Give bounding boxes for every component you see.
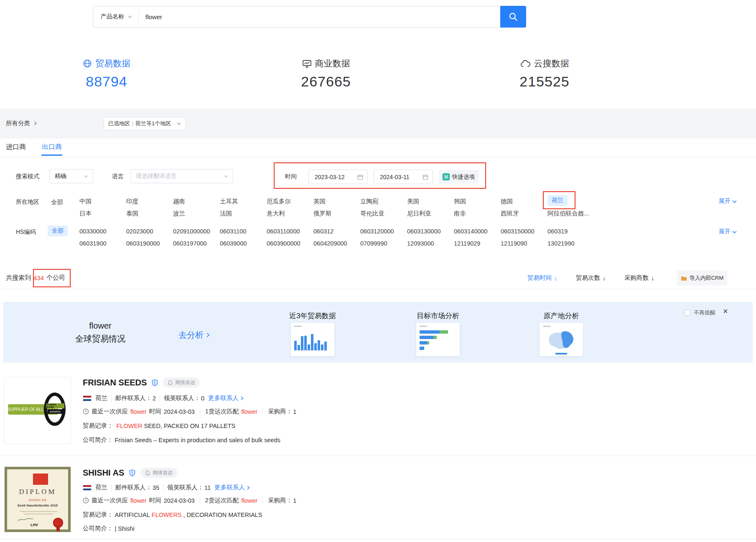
- region-item[interactable]: 西班牙: [501, 210, 547, 218]
- hs-code-item[interactable]: 00330000: [79, 228, 126, 235]
- search-category-dropdown[interactable]: 产品名称: [93, 10, 139, 23]
- date-to-input[interactable]: 2024-03-11: [374, 170, 433, 184]
- hs-code-item[interactable]: 0603197000: [173, 240, 220, 247]
- company-logo[interactable]: SUPPLIER OF ALL SEEDS FLOWER BLEND EXPER…: [4, 377, 71, 444]
- hs-code-item[interactable]: 12119029: [454, 240, 501, 247]
- close-icon[interactable]: ×: [723, 306, 728, 316]
- date-from-input[interactable]: 2023-03-12: [308, 170, 368, 184]
- trade-bar-chart-thumbnail[interactable]: [291, 323, 334, 356]
- more-contacts-link[interactable]: 更多联系人: [214, 484, 251, 491]
- region-item[interactable]: 阿拉伯联合酋...: [547, 210, 594, 218]
- divider: [160, 395, 160, 401]
- region-item-selected[interactable]: 荷兰: [547, 195, 568, 206]
- analysis-banner: flower 全球贸易情况 去分析 近3年贸易数据 目标市场分析 原产地分析 不…: [3, 302, 753, 362]
- dismiss-checkbox[interactable]: [685, 310, 690, 316]
- region-item[interactable]: 厄瓜多尔: [267, 198, 313, 205]
- stat-business-data[interactable]: 商业数据 267665: [280, 58, 372, 90]
- hs-code-filter-label: HS编码: [16, 228, 36, 236]
- region-item[interactable]: 德国: [501, 198, 547, 205]
- hs-code-item[interactable]: 0603110000: [267, 228, 313, 235]
- tab-exporter[interactable]: 出口商: [42, 143, 62, 152]
- analyze-link[interactable]: 去分析: [178, 329, 211, 341]
- hs-code-item[interactable]: 02091000000: [173, 228, 220, 235]
- hs-code-item[interactable]: 0603120000: [360, 228, 407, 235]
- hs-code-item[interactable]: 0603130000: [407, 228, 454, 235]
- stat-cloud-search-data[interactable]: 云搜数据 215525: [499, 58, 591, 90]
- hs-code-item[interactable]: 13021990: [547, 240, 594, 247]
- chevron-right-icon: [33, 121, 38, 126]
- region-item[interactable]: 韩国: [454, 198, 501, 205]
- hs-code-item[interactable]: 12093000: [407, 240, 454, 247]
- region-item[interactable]: 中国: [79, 198, 126, 205]
- region-item[interactable]: 泰国: [126, 210, 173, 218]
- region-item[interactable]: 日本: [79, 210, 126, 218]
- supply-date: 2024-03-03: [164, 408, 195, 415]
- logo-chip-text: EXPERTS: [48, 409, 63, 414]
- product-search-bar: 产品名称: [93, 6, 526, 28]
- dismiss-label: 不再提醒: [694, 309, 715, 317]
- business-radar-badge[interactable]: 商情雷达: [140, 468, 177, 478]
- region-item[interactable]: 越南: [173, 198, 220, 205]
- region-item[interactable]: 英国: [313, 198, 360, 205]
- company-name[interactable]: FRISIAN SEEDS: [83, 378, 147, 388]
- hs-code-item[interactable]: 06031900: [79, 240, 126, 247]
- region-item[interactable]: 哥伦比亚: [360, 210, 407, 218]
- hs-code-item[interactable]: 0603190000: [126, 240, 173, 247]
- quick-options-button[interactable]: ⌘ 快捷选项: [439, 170, 479, 184]
- region-item[interactable]: 美国: [407, 198, 454, 205]
- region-item[interactable]: 南非: [454, 210, 501, 218]
- hs-code-item[interactable]: 06031100: [220, 228, 267, 235]
- breadcrumb[interactable]: 所有分类: [6, 119, 38, 127]
- hs-code-item[interactable]: 06039000: [220, 240, 267, 247]
- region-item[interactable]: 尼日利亚: [407, 210, 454, 218]
- region-item[interactable]: 土耳其: [220, 198, 267, 205]
- region-item[interactable]: 立陶宛: [360, 198, 407, 205]
- hs-code-item[interactable]: 0604209000: [313, 240, 360, 247]
- search-mode-select[interactable]: 精确: [49, 169, 93, 183]
- shield-icon: [152, 379, 158, 386]
- company-name[interactable]: SHISHI AS: [83, 468, 124, 478]
- stat-label: 贸易数据: [95, 58, 130, 69]
- sort-buyer-count[interactable]: 采购商数 ↓: [624, 274, 654, 282]
- origin-map-thumbnail[interactable]: [540, 323, 583, 356]
- region-item[interactable]: 波兰: [173, 210, 220, 218]
- record-text: ARTIFICUAL: [115, 512, 150, 518]
- sort-trade-count[interactable]: 贸易次数 ↓: [576, 274, 606, 282]
- hs-all-option[interactable]: 全部: [48, 225, 68, 236]
- selected-region-dropdown[interactable]: 已选地区：荷兰等1个地区: [104, 117, 186, 130]
- folder-icon: [681, 276, 687, 281]
- chevron-down-icon: [224, 174, 229, 179]
- stat-trade-data[interactable]: 贸易数据 88794: [61, 58, 153, 90]
- email-contacts: 邮件联系人：35: [115, 484, 159, 491]
- region-item[interactable]: 法国: [220, 210, 267, 218]
- hs-code-item[interactable]: 0603900000: [267, 240, 313, 247]
- sort-trade-time[interactable]: 贸易时间 ↓: [527, 274, 557, 282]
- market-analysis-thumbnail[interactable]: [416, 323, 460, 356]
- hs-code-item[interactable]: 060319: [547, 228, 594, 235]
- region-item[interactable]: 印度: [126, 198, 173, 205]
- more-contacts-link[interactable]: 更多联系人: [208, 394, 244, 402]
- tab-importer[interactable]: 进口商: [6, 143, 26, 152]
- hs-expand-link[interactable]: 展开: [719, 228, 737, 236]
- search-button[interactable]: [500, 6, 526, 28]
- hs-code-item[interactable]: 02023000: [126, 228, 173, 235]
- language-label: 语言: [112, 173, 124, 180]
- hs-code-item[interactable]: 0603150000: [501, 228, 547, 235]
- mini-bar: [301, 336, 303, 350]
- region-expand-link[interactable]: 展开: [719, 198, 737, 205]
- hs-code-item[interactable]: 12119090: [501, 240, 547, 247]
- hs-code-item[interactable]: 060312: [313, 228, 360, 235]
- hs-code-item[interactable]: 0603140000: [454, 228, 501, 235]
- import-crm-button[interactable]: 导入内部CRM: [677, 271, 727, 286]
- region-all-option[interactable]: 全部: [51, 198, 63, 206]
- hs-code-item[interactable]: 07099990: [360, 240, 407, 247]
- region-item[interactable]: 意大利: [267, 210, 313, 218]
- business-radar-badge[interactable]: 商情雷达: [163, 377, 200, 388]
- chart-caption-placeholder: [420, 326, 427, 327]
- mini-bar: [298, 345, 300, 350]
- language-select[interactable]: 请选择翻译语言: [130, 169, 233, 183]
- company-logo[interactable]: DIPLOM SHISHI AS Eesti Gasellettevõte 20…: [4, 466, 71, 532]
- region-item[interactable]: 俄罗斯: [313, 210, 360, 218]
- search-input[interactable]: [139, 7, 526, 27]
- selected-region-text: 已选地区：荷兰等1个地区: [108, 120, 171, 127]
